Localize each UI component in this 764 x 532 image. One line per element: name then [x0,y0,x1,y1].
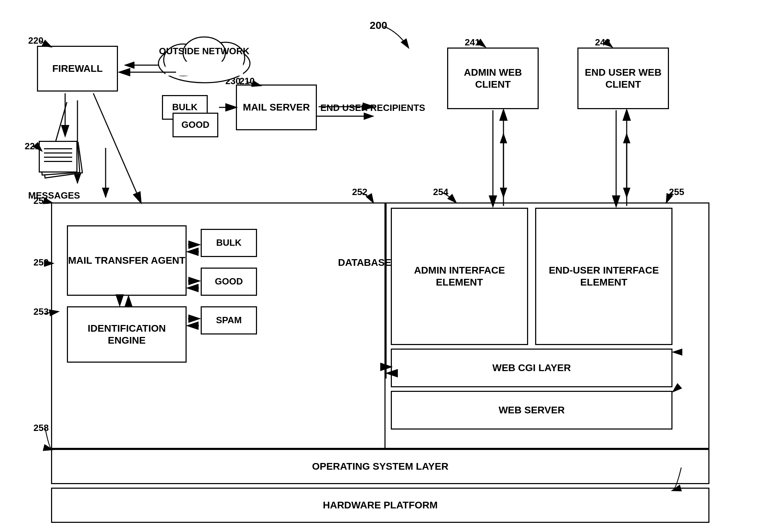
outside-network-label: OUTSIDE NETWORK [159,46,249,56]
ref-220: 220 [28,35,43,46]
ref-242: 242 [595,37,610,48]
right-section-divider [386,202,387,378]
bulk-mid-box: BULK [201,229,257,257]
web-server-box: WEB SERVER [391,391,672,430]
good-mid-box: GOOD [201,268,257,296]
ref-255: 255 [669,187,684,198]
web-cgi-layer-label: WEB CGI LAYER [493,362,571,374]
ref-252: 252 [352,187,367,198]
messages-label: MESSAGES [28,190,80,201]
operating-system-layer-box: OPERATING SYSTEM LAYER [51,449,709,484]
bulk-top-label: BULK [172,102,198,113]
operating-system-layer-label: OPERATING SYSTEM LAYER [312,461,448,472]
good-mid-label: GOOD [215,276,243,287]
ref-254: 254 [433,187,448,198]
admin-web-client-box: ADMIN WEB CLIENT [447,48,539,109]
hardware-platform-box: HARDWARE PLATFORM [51,488,709,523]
ref-250: 250 [33,257,49,268]
firewall-label: FIREWALL [52,63,102,75]
database-label: DATABASE [338,257,391,268]
end-user-interface-element-label: END-USER INTERFACE ELEMENT [536,264,671,288]
end-user-web-client-box: END USER WEB CLIENT [577,48,669,109]
bulk-mid-label: BULK [216,237,242,248]
mail-transfer-agent-label: MAIL TRANSFER AGENT [68,255,186,267]
good-top-box: GOOD [173,113,218,137]
identification-engine-label: IDENTIFICATION ENGINE [68,323,186,346]
admin-interface-element-box: ADMIN INTERFACE ELEMENT [391,208,528,345]
end-user-recipients-label: END USER RECIPIENTS [320,102,425,114]
mail-server-label: MAIL SERVER [243,101,310,113]
good-top-label: GOOD [181,119,209,130]
svg-rect-23 [165,62,243,76]
end-user-web-client-label: END USER WEB CLIENT [578,67,668,90]
outside-network-cloud: OUTSIDE NETWORK [155,28,253,85]
firewall-box: FIREWALL [37,46,118,92]
ref-253: 253 [33,306,49,317]
admin-web-client-label: ADMIN WEB CLIENT [448,67,538,90]
diagram: 200 220 210 221 230 241 242 251 252 253 … [0,0,764,532]
web-cgi-layer-box: WEB CGI LAYER [391,349,672,387]
end-user-interface-element-box: END-USER INTERFACE ELEMENT [535,208,672,345]
ref-258: 258 [33,423,49,433]
messages-icon [35,137,92,187]
identification-engine-box: IDENTIFICATION ENGINE [67,306,187,363]
web-server-label: WEB SERVER [499,404,565,416]
spam-mid-box: SPAM [201,306,257,334]
ref-241: 241 [465,37,480,48]
mail-server-box: MAIL SERVER [236,85,317,130]
spam-mid-label: SPAM [216,315,242,326]
ref-200: 200 [370,19,387,31]
admin-interface-element-label: ADMIN INTERFACE ELEMENT [392,264,527,288]
hardware-platform-label: HARDWARE PLATFORM [323,499,438,511]
mail-transfer-agent-box: MAIL TRANSFER AGENT [67,225,187,296]
svg-line-29 [93,93,141,202]
